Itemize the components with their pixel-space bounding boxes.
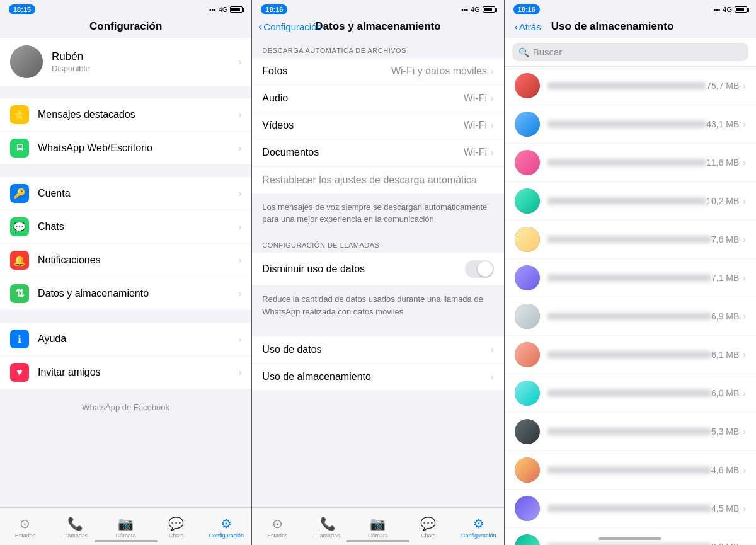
tab-configuracion-2[interactable]: ⚙ Configuración — [454, 512, 504, 542]
nav-header-2: ‹ Configuración Datos y almacenamiento — [252, 18, 503, 38]
tab-label: Llamadas — [63, 532, 88, 539]
chevron-icon: › — [743, 196, 746, 206]
sidebar-item-chats[interactable]: 💬 Chats › — [0, 210, 251, 244]
chevron-icon: › — [743, 273, 746, 283]
p2-content: DESCARGA AUTOMÁTICA DE ARCHIVOS Fotos Wi… — [252, 38, 503, 545]
tab-llamadas-1[interactable]: 📞 Llamadas — [50, 512, 101, 542]
storage-item[interactable]: 7,6 MB › — [505, 221, 756, 259]
tab-label: Cámara — [116, 532, 136, 539]
status-time-3: 18:16 — [513, 4, 540, 14]
tab-label: Configuración — [461, 532, 496, 539]
menu-label: Datos y almacenamiento — [38, 288, 239, 299]
sidebar-item-invitar-amigos[interactable]: ♥ Invitar amigos › — [0, 356, 251, 389]
tab-label: Cámara — [368, 532, 388, 539]
llamadas-section: Disminuir uso de datos — [252, 253, 503, 285]
chats-icon: 💬 — [420, 516, 436, 531]
storage-size: 5,3 MB — [711, 427, 739, 437]
back-button-3[interactable]: ‹ Atrás — [515, 21, 541, 32]
storage-item[interactable]: 11,6 MB › — [505, 144, 756, 182]
tab-camara-2[interactable]: 📷 Cámara — [353, 512, 403, 542]
row-restablecer: Restablecer los ajustes de descarga auto… — [252, 167, 503, 193]
storage-item[interactable]: 4,5 MB › — [505, 490, 756, 528]
tab-chats-2[interactable]: 💬 Chats — [403, 512, 454, 542]
chevron-icon: › — [239, 57, 242, 67]
tab-chats-1[interactable]: 💬 Chats — [151, 512, 202, 542]
chevron-icon: › — [743, 311, 746, 321]
storage-item[interactable]: 4,6 MB › — [505, 451, 756, 490]
avatar — [515, 457, 540, 483]
avatar — [515, 112, 540, 137]
row-label: Audio — [262, 93, 463, 104]
storage-item[interactable]: 75,7 MB › — [505, 67, 756, 105]
contact-name-blurred — [547, 389, 711, 397]
chevron-icon: › — [743, 234, 746, 244]
tab-label: Llamadas — [316, 532, 340, 539]
row-documentos[interactable]: Documentos Wi-Fi › — [252, 139, 503, 166]
storage-item[interactable]: 5,3 MB › — [505, 413, 756, 451]
row-audio[interactable]: Audio Wi-Fi › — [252, 85, 503, 112]
tab-label: Configuración — [209, 532, 244, 539]
search-input-wrap[interactable]: 🔍 Buscar — [512, 43, 748, 61]
storage-item[interactable]: 3,6 MB › — [505, 528, 756, 545]
contact-name-blurred — [547, 82, 707, 89]
menu-label: Ayuda — [38, 333, 239, 345]
tab-estados-1[interactable]: ⊙ Estados — [0, 512, 50, 542]
chat-icon: 💬 — [10, 217, 29, 236]
tab-bar-2: ⊙ Estados 📞 Llamadas 📷 Cámara 💬 Chats ⚙ … — [252, 507, 503, 545]
storage-item[interactable]: 10,2 MB › — [505, 182, 756, 221]
sidebar-item-whatsapp-web[interactable]: 🖥 WhatsApp Web/Escritorio › — [0, 132, 251, 164]
page-title-2: Datos y almacenamiento — [315, 20, 440, 33]
contact-name-blurred — [547, 120, 707, 128]
tab-camara-1[interactable]: 📷 Cámara — [101, 512, 151, 542]
storage-item[interactable]: 7,1 MB › — [505, 259, 756, 297]
toggle-disminuir[interactable] — [465, 260, 494, 278]
battery-icon-3 — [735, 6, 747, 13]
descarga-section: Fotos Wi-Fi y datos móviles › Audio Wi-F… — [252, 58, 503, 166]
nav-header-3: ‹ Atrás Uso de almacenamiento — [505, 18, 756, 38]
panel1-content: Rubén Disponible › ⭐ Mensajes destacados… — [0, 38, 251, 545]
row-label: Restablecer los ajustes de descarga auto… — [262, 175, 493, 186]
chevron-icon: › — [491, 66, 494, 76]
menu-label: Chats — [38, 221, 239, 232]
sidebar-item-ayuda[interactable]: ℹ Ayuda › — [0, 323, 251, 356]
footer-text: WhatsApp de Facebook — [0, 390, 251, 418]
row-fotos[interactable]: Fotos Wi-Fi y datos móviles › — [252, 58, 503, 85]
search-bar: 🔍 Buscar — [505, 38, 756, 67]
sidebar-item-cuenta[interactable]: 🔑 Cuenta › — [0, 177, 251, 210]
chevron-icon: › — [491, 93, 494, 103]
storage-size: 6,0 MB — [711, 388, 739, 398]
avatar — [515, 304, 540, 329]
row-value: Wi-Fi — [464, 120, 487, 131]
profile-row[interactable]: Rubén Disponible › — [0, 38, 251, 86]
sidebar-item-notificaciones[interactable]: 🔔 Notificaciones › — [0, 244, 251, 277]
storage-item[interactable]: 6,1 MB › — [505, 336, 756, 374]
storage-item[interactable]: 6,0 MB › — [505, 374, 756, 413]
storage-item[interactable]: 6,9 MB › — [505, 297, 756, 336]
row-videos[interactable]: Vídeos Wi-Fi › — [252, 112, 503, 139]
back-label-2: Configuración — [263, 21, 322, 32]
sidebar-item-mensajes-destacados[interactable]: ⭐ Mensajes destacados › — [0, 98, 251, 132]
avatar — [515, 73, 540, 98]
row-disminuir-datos[interactable]: Disminuir uso de datos — [252, 253, 503, 285]
star-icon: ⭐ — [10, 105, 29, 124]
tab-configuracion-1[interactable]: ⚙ Configuración — [201, 512, 251, 542]
tab-estados-2[interactable]: ⊙ Estados — [252, 512, 302, 542]
storage-size: 7,1 MB — [711, 273, 739, 283]
back-label-3: Atrás — [519, 21, 541, 32]
contact-name-blurred — [547, 274, 711, 282]
avatar — [515, 150, 540, 175]
sidebar-item-datos-almacenamiento[interactable]: ⇅ Datos y almacenamiento › — [0, 277, 251, 310]
status-bar-2: 18:16 ▪▪▪ 4G — [252, 0, 503, 18]
avatar — [10, 45, 43, 78]
search-icon: 🔍 — [518, 47, 529, 57]
storage-size: 75,7 MB — [706, 81, 739, 91]
row-uso-almacenamiento[interactable]: Uso de almacenamiento › — [252, 364, 503, 390]
storage-item[interactable]: 43,1 MB › — [505, 105, 756, 144]
storage-list: 75,7 MB › 43,1 MB › 11,6 MB › 10,2 MB › — [505, 67, 756, 545]
panel-configuracion: 18:15 ▪▪▪ 4G Configuración Rubén Disponi… — [0, 0, 252, 545]
tab-label: Chats — [421, 532, 436, 539]
camara-icon: 📷 — [118, 516, 134, 531]
row-uso-datos[interactable]: Uso de datos › — [252, 336, 503, 364]
tab-llamadas-2[interactable]: 📞 Llamadas — [302, 512, 353, 542]
back-button-2[interactable]: ‹ Configuración — [258, 20, 322, 33]
